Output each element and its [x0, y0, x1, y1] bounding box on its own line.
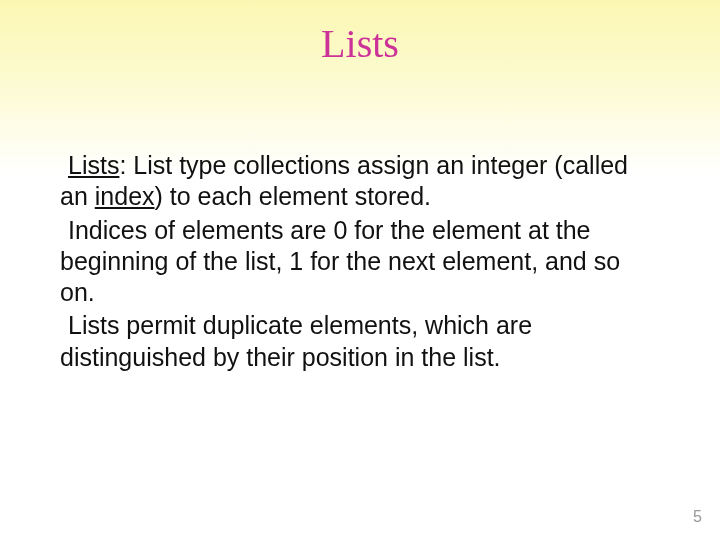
paragraph-3: Lists permit duplicate elements, which a…: [60, 310, 660, 373]
slide-title: Lists: [0, 20, 720, 67]
page-number: 5: [693, 508, 702, 526]
slide: Lists Lists: List type collections assig…: [0, 0, 720, 540]
term-lists: Lists: [68, 151, 119, 179]
paragraph-2: Indices of elements are 0 for the elemen…: [60, 215, 660, 309]
slide-body: Lists: List type collections assign an i…: [60, 150, 660, 375]
paragraph-1: Lists: List type collections assign an i…: [60, 150, 660, 213]
term-index: index: [95, 182, 155, 210]
p1-text-b: ) to each element stored.: [155, 182, 432, 210]
